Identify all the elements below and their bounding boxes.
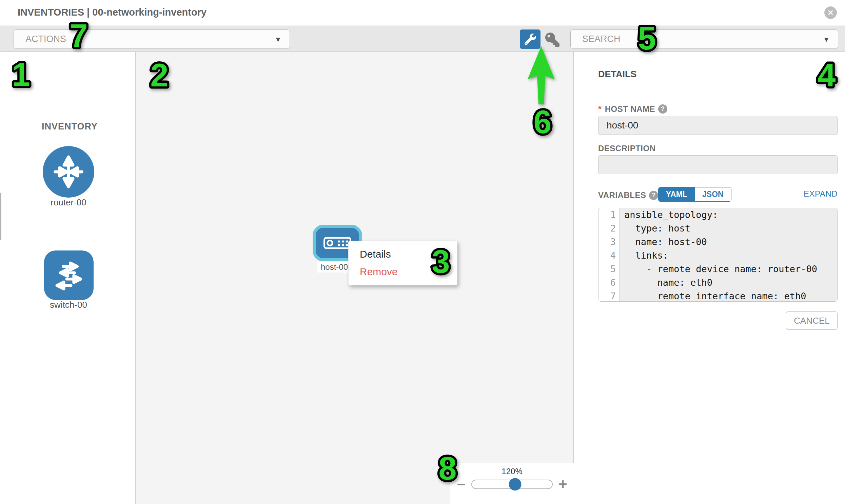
code-line: 7 remote_interface_name: eth0 xyxy=(598,289,837,302)
inventory-item-router[interactable] xyxy=(43,146,94,198)
required-asterisk: * xyxy=(598,104,602,114)
code-line: 6 name: eth0 xyxy=(598,276,837,289)
variables-code-editor[interactable]: 1 ansible_topology: 2 type: host 3 name:… xyxy=(598,208,838,302)
yaml-toggle-button[interactable]: YAML xyxy=(658,187,695,201)
key-button[interactable] xyxy=(544,31,561,48)
zoom-slider-thumb[interactable] xyxy=(509,478,522,491)
actions-dropdown-label: ACTIONS xyxy=(25,34,66,44)
format-toggle: YAML JSON xyxy=(658,187,732,202)
search-dropdown-label: SEARCH xyxy=(582,34,620,44)
description-label-row: DESCRIPTION xyxy=(598,144,656,153)
variables-label-row: VARIABLES ? xyxy=(598,191,658,200)
router-label: router-00 xyxy=(34,197,103,208)
code-line: 3 name: host-00 xyxy=(598,235,837,249)
inventory-sidebar: INVENTORY router-00 xyxy=(0,52,136,504)
key-icon xyxy=(545,33,560,47)
host-node-label: host-00 xyxy=(317,262,351,272)
actions-dropdown[interactable]: ACTIONS ▾ xyxy=(14,30,290,49)
host-name-label-row: * HOST NAME ? xyxy=(598,104,667,114)
zoom-in-button[interactable]: + xyxy=(557,478,569,491)
code-line: 2 type: host xyxy=(598,222,837,235)
cancel-button[interactable]: CANCEL xyxy=(786,311,838,330)
page-title: INVENTORIES | 00-networking-inventory xyxy=(18,7,207,18)
search-dropdown[interactable]: SEARCH ▾ xyxy=(570,30,838,49)
inventory-item-switch[interactable] xyxy=(44,251,93,300)
switch-label: switch-00 xyxy=(34,300,103,310)
description-label: DESCRIPTION xyxy=(598,144,656,153)
help-icon[interactable]: ? xyxy=(658,104,667,113)
sidebar-scrollbar[interactable] xyxy=(0,193,1,240)
title-bar: INVENTORIES | 00-networking-inventory ✕ xyxy=(0,0,845,25)
menu-item-details[interactable]: Details xyxy=(349,246,457,263)
sidebar-title: INVENTORY xyxy=(42,121,98,132)
toolbar: ACTIONS ▾ SEARCH ▾ xyxy=(0,26,845,52)
description-input[interactable] xyxy=(598,155,838,174)
variables-label: VARIABLES xyxy=(598,191,646,200)
details-heading: DETAILS xyxy=(598,69,637,80)
zoom-out-button[interactable]: − xyxy=(455,478,467,491)
help-icon[interactable]: ? xyxy=(649,191,658,200)
host-name-input[interactable] xyxy=(598,116,838,135)
context-menu: Details Remove xyxy=(348,241,457,285)
switch-icon xyxy=(51,257,86,293)
configure-button[interactable] xyxy=(520,30,541,49)
menu-item-remove[interactable]: Remove xyxy=(349,263,457,281)
zoom-control: 120% − + xyxy=(450,463,574,504)
zoom-slider[interactable] xyxy=(471,480,553,489)
wrench-icon xyxy=(525,34,536,45)
json-toggle-button[interactable]: JSON xyxy=(695,187,731,201)
host-icon xyxy=(323,237,351,250)
code-line: 5 - remote_device_name: router-00 xyxy=(598,262,837,276)
zoom-level-label: 120% xyxy=(450,467,574,476)
expand-link[interactable]: EXPAND xyxy=(804,189,838,199)
details-panel: DETAILS * HOST NAME ? DESCRIPTION VARIAB… xyxy=(574,52,845,504)
close-button[interactable]: ✕ xyxy=(824,6,837,19)
host-name-label: HOST NAME xyxy=(605,104,655,114)
close-icon: ✕ xyxy=(827,8,833,17)
chevron-down-icon: ▾ xyxy=(824,35,828,44)
router-icon xyxy=(50,153,87,191)
code-line: 4 links: xyxy=(598,249,837,262)
chevron-down-icon: ▾ xyxy=(276,35,280,44)
code-line: 1 ansible_topology: xyxy=(598,208,837,222)
